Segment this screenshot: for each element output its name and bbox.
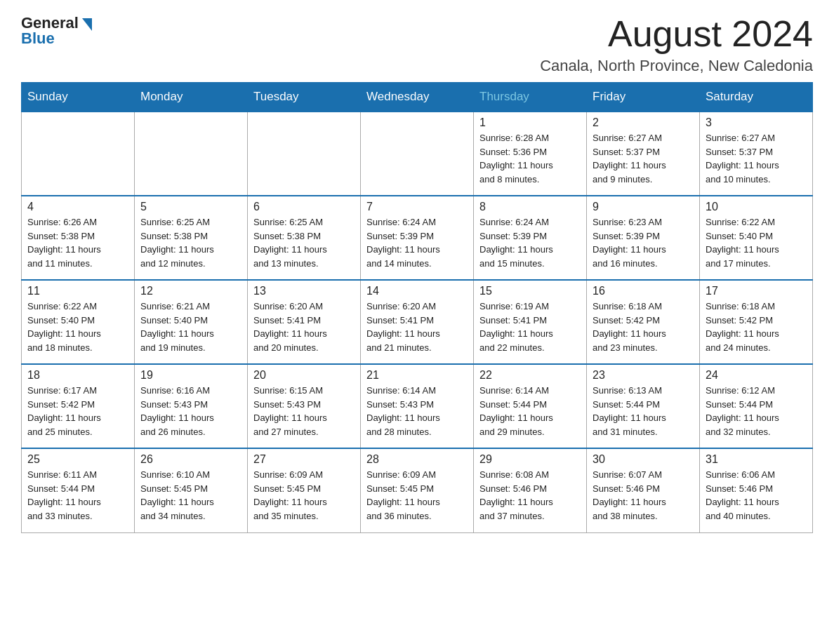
calendar-cell: 31Sunrise: 6:06 AMSunset: 5:46 PMDayligh…	[700, 448, 813, 532]
day-info: Sunrise: 6:25 AMSunset: 5:38 PMDaylight:…	[253, 215, 355, 270]
calendar-cell: 4Sunrise: 6:26 AMSunset: 5:38 PMDaylight…	[22, 196, 135, 280]
day-info: Sunrise: 6:11 AMSunset: 5:44 PMDaylight:…	[27, 468, 128, 523]
calendar-cell	[361, 112, 474, 196]
day-number: 11	[27, 285, 128, 297]
calendar-cell: 16Sunrise: 6:18 AMSunset: 5:42 PMDayligh…	[587, 280, 700, 364]
title-area: August 2024 Canala, North Province, New …	[540, 14, 813, 75]
calendar-cell: 28Sunrise: 6:09 AMSunset: 5:45 PMDayligh…	[361, 448, 474, 532]
calendar-cell: 29Sunrise: 6:08 AMSunset: 5:46 PMDayligh…	[474, 448, 587, 532]
weekday-header-sunday: Sunday	[22, 83, 135, 112]
day-number: 9	[593, 201, 694, 213]
logo-blue-text: Blue	[21, 29, 55, 48]
day-number: 1	[479, 116, 581, 129]
day-info: Sunrise: 6:19 AMSunset: 5:41 PMDaylight:…	[479, 300, 581, 354]
day-info: Sunrise: 6:13 AMSunset: 5:44 PMDaylight:…	[593, 384, 694, 438]
weekday-header-monday: Monday	[135, 83, 248, 112]
day-info: Sunrise: 6:15 AMSunset: 5:43 PMDaylight:…	[253, 384, 355, 438]
day-info: Sunrise: 6:28 AMSunset: 5:36 PMDaylight:…	[479, 131, 581, 186]
day-info: Sunrise: 6:14 AMSunset: 5:44 PMDaylight:…	[479, 384, 581, 438]
day-number: 8	[479, 201, 581, 213]
day-number: 27	[253, 453, 355, 466]
day-info: Sunrise: 6:07 AMSunset: 5:46 PMDaylight:…	[593, 468, 694, 523]
calendar-cell: 12Sunrise: 6:21 AMSunset: 5:40 PMDayligh…	[135, 280, 248, 364]
day-info: Sunrise: 6:06 AMSunset: 5:46 PMDaylight:…	[706, 468, 807, 523]
day-info: Sunrise: 6:20 AMSunset: 5:41 PMDaylight:…	[253, 300, 355, 354]
calendar-cell: 30Sunrise: 6:07 AMSunset: 5:46 PMDayligh…	[587, 448, 700, 532]
day-number: 14	[366, 285, 468, 297]
day-info: Sunrise: 6:12 AMSunset: 5:44 PMDaylight:…	[706, 384, 807, 438]
calendar-cell: 15Sunrise: 6:19 AMSunset: 5:41 PMDayligh…	[474, 280, 587, 364]
weekday-header-saturday: Saturday	[700, 83, 813, 112]
weekday-header-wednesday: Wednesday	[361, 83, 474, 112]
day-number: 28	[366, 453, 468, 466]
weekday-header-thursday: Thursday	[474, 83, 587, 112]
calendar-cell: 6Sunrise: 6:25 AMSunset: 5:38 PMDaylight…	[248, 196, 361, 280]
calendar-cell: 1Sunrise: 6:28 AMSunset: 5:36 PMDaylight…	[474, 112, 587, 196]
day-info: Sunrise: 6:14 AMSunset: 5:43 PMDaylight:…	[366, 384, 468, 438]
calendar-cell: 18Sunrise: 6:17 AMSunset: 5:42 PMDayligh…	[22, 364, 135, 448]
calendar-week-row-5: 25Sunrise: 6:11 AMSunset: 5:44 PMDayligh…	[22, 448, 813, 532]
day-number: 2	[593, 116, 694, 129]
calendar-cell: 27Sunrise: 6:09 AMSunset: 5:45 PMDayligh…	[248, 448, 361, 532]
calendar-cell: 19Sunrise: 6:16 AMSunset: 5:43 PMDayligh…	[135, 364, 248, 448]
day-number: 21	[366, 369, 468, 382]
logo: General Blue	[21, 14, 92, 48]
day-number: 26	[140, 453, 241, 466]
day-number: 16	[593, 285, 694, 297]
day-number: 13	[253, 285, 355, 297]
day-info: Sunrise: 6:18 AMSunset: 5:42 PMDaylight:…	[593, 300, 694, 354]
day-number: 19	[140, 369, 241, 382]
calendar-cell: 3Sunrise: 6:27 AMSunset: 5:37 PMDaylight…	[700, 112, 813, 196]
day-number: 22	[479, 369, 581, 382]
day-number: 15	[479, 285, 581, 297]
calendar-cell: 21Sunrise: 6:14 AMSunset: 5:43 PMDayligh…	[361, 364, 474, 448]
calendar-cell	[248, 112, 361, 196]
calendar-cell: 13Sunrise: 6:20 AMSunset: 5:41 PMDayligh…	[248, 280, 361, 364]
calendar-cell: 10Sunrise: 6:22 AMSunset: 5:40 PMDayligh…	[700, 196, 813, 280]
calendar-cell: 25Sunrise: 6:11 AMSunset: 5:44 PMDayligh…	[22, 448, 135, 532]
day-number: 25	[27, 453, 128, 466]
calendar-cell: 11Sunrise: 6:22 AMSunset: 5:40 PMDayligh…	[22, 280, 135, 364]
calendar-cell: 20Sunrise: 6:15 AMSunset: 5:43 PMDayligh…	[248, 364, 361, 448]
day-info: Sunrise: 6:27 AMSunset: 5:37 PMDaylight:…	[593, 131, 694, 186]
day-number: 18	[27, 369, 128, 382]
calendar-week-row-4: 18Sunrise: 6:17 AMSunset: 5:42 PMDayligh…	[22, 364, 813, 448]
location-subtitle: Canala, North Province, New Caledonia	[540, 57, 813, 75]
day-number: 4	[27, 201, 128, 213]
calendar-cell: 8Sunrise: 6:24 AMSunset: 5:39 PMDaylight…	[474, 196, 587, 280]
day-number: 7	[366, 201, 468, 213]
weekday-header-friday: Friday	[587, 83, 700, 112]
calendar-cell: 2Sunrise: 6:27 AMSunset: 5:37 PMDaylight…	[587, 112, 700, 196]
day-number: 3	[706, 116, 807, 129]
calendar-cell	[22, 112, 135, 196]
calendar-week-row-2: 4Sunrise: 6:26 AMSunset: 5:38 PMDaylight…	[22, 196, 813, 280]
day-number: 30	[593, 453, 694, 466]
calendar-cell: 9Sunrise: 6:23 AMSunset: 5:39 PMDaylight…	[587, 196, 700, 280]
calendar-cell: 7Sunrise: 6:24 AMSunset: 5:39 PMDaylight…	[361, 196, 474, 280]
day-info: Sunrise: 6:18 AMSunset: 5:42 PMDaylight:…	[706, 300, 807, 354]
calendar-cell: 24Sunrise: 6:12 AMSunset: 5:44 PMDayligh…	[700, 364, 813, 448]
day-info: Sunrise: 6:24 AMSunset: 5:39 PMDaylight:…	[479, 215, 581, 270]
day-info: Sunrise: 6:27 AMSunset: 5:37 PMDaylight:…	[706, 131, 807, 186]
day-info: Sunrise: 6:23 AMSunset: 5:39 PMDaylight:…	[593, 215, 694, 270]
day-info: Sunrise: 6:20 AMSunset: 5:41 PMDaylight:…	[366, 300, 468, 354]
weekday-header-tuesday: Tuesday	[248, 83, 361, 112]
calendar-header-row: SundayMondayTuesdayWednesdayThursdayFrid…	[22, 83, 813, 112]
day-info: Sunrise: 6:09 AMSunset: 5:45 PMDaylight:…	[366, 468, 468, 523]
day-number: 20	[253, 369, 355, 382]
page-header: General Blue August 2024 Canala, North P…	[21, 14, 813, 75]
day-info: Sunrise: 6:08 AMSunset: 5:46 PMDaylight:…	[479, 468, 581, 523]
calendar-cell	[135, 112, 248, 196]
calendar-table: SundayMondayTuesdayWednesdayThursdayFrid…	[21, 82, 813, 533]
day-info: Sunrise: 6:21 AMSunset: 5:40 PMDaylight:…	[140, 300, 241, 354]
day-info: Sunrise: 6:09 AMSunset: 5:45 PMDaylight:…	[253, 468, 355, 523]
day-info: Sunrise: 6:22 AMSunset: 5:40 PMDaylight:…	[27, 300, 128, 354]
calendar-week-row-3: 11Sunrise: 6:22 AMSunset: 5:40 PMDayligh…	[22, 280, 813, 364]
calendar-cell: 26Sunrise: 6:10 AMSunset: 5:45 PMDayligh…	[135, 448, 248, 532]
month-title: August 2024	[540, 14, 813, 54]
day-number: 10	[706, 201, 807, 213]
day-number: 29	[479, 453, 581, 466]
day-number: 23	[593, 369, 694, 382]
day-info: Sunrise: 6:17 AMSunset: 5:42 PMDaylight:…	[27, 384, 128, 438]
day-info: Sunrise: 6:22 AMSunset: 5:40 PMDaylight:…	[706, 215, 807, 270]
